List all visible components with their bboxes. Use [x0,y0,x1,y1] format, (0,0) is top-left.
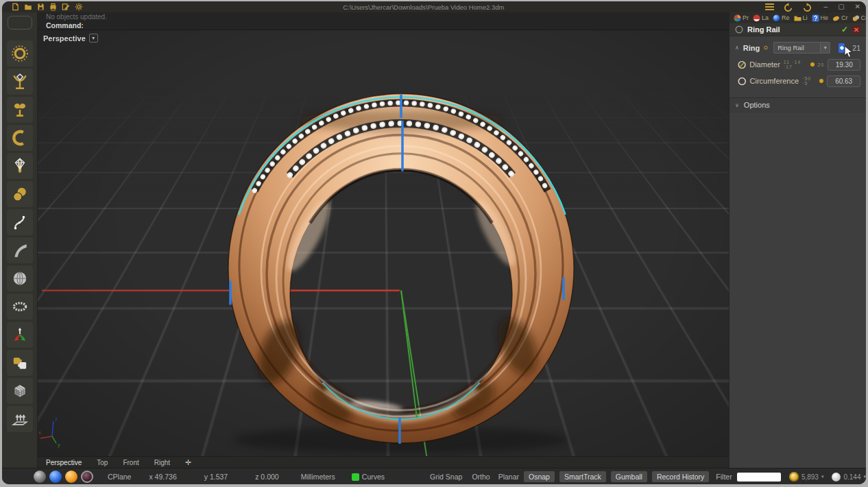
material-sphere-gray[interactable] [34,471,46,483]
options-section-header[interactable]: ∨ Options [730,97,866,112]
gem-toggle-button[interactable]: ◆ [839,43,845,53]
gem-weight-indicator[interactable]: 0.144 ▾ [832,473,866,482]
material-sphere-blue[interactable] [49,471,62,483]
tab-front[interactable]: Front [123,459,138,466]
ring-section-header[interactable]: ∧ Ring Ring Rail ▼ ◆ 21 [730,36,866,56]
viewport-menu-caret-icon[interactable]: ▼ [89,34,98,43]
diameter-icon [738,60,746,70]
open-folder-icon[interactable] [24,3,32,11]
command-prompt[interactable]: Command: [46,21,723,30]
toggle-smarttrack[interactable]: SmartTrack [559,471,606,482]
jewelry-head-tool-button[interactable] [7,97,33,123]
beads-tool-button[interactable] [7,181,33,207]
svg-text:x: x [38,429,41,436]
tab-render[interactable]: Re [773,14,790,22]
right-panel: Pr La Re Li He [729,12,866,468]
close-button[interactable]: ✕ [855,3,860,10]
save-icon[interactable] [37,3,45,11]
tab-library[interactable]: Li [794,14,808,22]
expand-caret-icon[interactable]: ∨ [735,102,739,108]
viewport-title[interactable]: Perspective [43,34,86,43]
slider-thumb-dot[interactable] [819,79,823,83]
eternity-ring-tool-button[interactable] [7,294,33,320]
voxel-cube-icon [11,382,29,400]
settings-gear-icon[interactable] [75,3,83,11]
gold-gem-icon [852,14,860,22]
gold-leaf-icon [832,14,840,22]
dialog-title: Ring Rail [747,25,837,34]
toolbar-logo-slot[interactable] [8,16,32,29]
command-area: No objects updated. Command: [38,12,729,30]
new-document-icon[interactable] [12,3,19,11]
viewport-tabs: Perspective Top Front Right ✛ [38,456,729,468]
tab-help[interactable]: He [812,14,829,22]
tab-layers[interactable]: La [753,14,769,22]
menu-icon[interactable] [764,3,775,11]
redo-icon[interactable] [802,3,812,12]
layers-icon [753,14,760,22]
diamond-band-tool-button[interactable] [7,153,33,179]
prong-setting-tool-button[interactable] [7,69,33,95]
diameter-value-field[interactable]: 19.30 [828,59,860,71]
gem-weight-caret-icon[interactable]: ▾ [863,474,866,479]
filter-label[interactable]: Filter [716,473,732,481]
collapse-caret-icon[interactable]: ∧ [735,45,739,51]
gold-coin-icon [789,472,799,482]
gumball-transform-tool-button[interactable] [7,322,33,348]
library-folder-icon [794,14,801,22]
toggle-osnap[interactable]: Osnap [524,471,555,482]
toggle-gumball[interactable]: Gumball [611,471,647,482]
coord-y: y 1.537 [204,473,228,481]
toggle-ortho[interactable]: Ortho [472,473,490,481]
jewelry-head-icon [11,101,29,119]
material-sphere-orange[interactable] [65,471,77,483]
gold-weight-caret-icon[interactable]: ▾ [821,474,824,479]
voxel-cube-tool-button[interactable] [7,378,33,404]
tab-create-gold[interactable]: Cr [832,14,848,22]
puzzle-plugin-tool-button[interactable] [7,350,33,376]
circumference-icon [738,76,747,86]
confirm-check-icon[interactable]: ✓ [841,25,848,34]
sweep-surface-tool-button[interactable] [7,237,33,263]
active-layer[interactable]: Curves [352,473,385,481]
circumference-value-field[interactable]: 60.63 [827,75,860,87]
tab-perspective[interactable]: Perspective [46,459,82,466]
units-label[interactable]: Millimeters [301,473,335,481]
tab-properties[interactable]: Pr [734,14,749,22]
rail-preset-dropdown[interactable]: Ring Rail [773,42,821,54]
add-viewport-icon[interactable]: ✛ [185,458,191,467]
tab-create-gems[interactable]: Cr [852,14,866,22]
prong-setting-icon [11,73,29,91]
preset-caret-icon[interactable]: ▼ [821,42,830,54]
progress-bar [737,473,781,482]
cancel-x-icon[interactable]: ✕ [852,25,860,34]
cplane-label[interactable]: CPlane [108,473,131,481]
print-icon[interactable] [49,3,57,11]
material-sphere-dark[interactable] [81,471,93,483]
gem-ring-tool-button[interactable] [7,40,33,67]
eternity-ring-icon [11,298,29,316]
minimize-button[interactable]: – [824,3,828,10]
ring-shank-tool-button[interactable] [7,125,33,151]
undo-icon[interactable] [784,3,793,12]
slider-thumb-dot[interactable] [810,62,815,67]
toggle-record-history[interactable]: Record History [652,471,709,482]
emboss-platform-tool-button[interactable] [7,406,33,432]
gem-sphere-icon [832,473,841,482]
diamond-band-icon [11,157,29,175]
toggle-planar[interactable]: Planar [498,473,519,481]
curve-tool-button[interactable] [7,209,33,235]
sweep-surface-icon [11,241,29,259]
help-icon [812,14,819,22]
viewport-3d[interactable]: x y z Perspective ▼ [38,30,729,456]
file-toolbar [12,3,83,11]
left-toolbar [2,12,38,468]
panel-tab-bar: Pr La Re Li He [730,12,866,23]
sphere-tool-button[interactable] [7,265,33,292]
gold-weight-indicator[interactable]: 5,893 ▾ [789,472,824,482]
tab-right[interactable]: Right [154,459,170,466]
tab-top[interactable]: Top [97,459,108,466]
maximize-button[interactable]: ▢ [838,3,844,10]
toggle-grid-snap[interactable]: Grid Snap [430,473,462,481]
edit-icon[interactable] [62,3,70,11]
